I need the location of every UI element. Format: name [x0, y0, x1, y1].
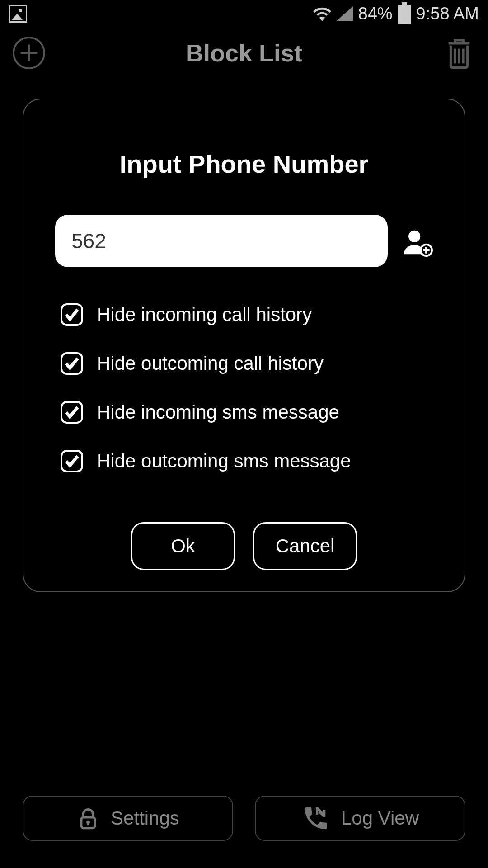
option-label: Hide incoming call history [97, 304, 312, 326]
phone-input-row [55, 215, 433, 267]
checkbox-icon [61, 352, 83, 375]
ok-button[interactable]: Ok [131, 522, 235, 570]
trash-icon [446, 37, 472, 69]
plus-icon [19, 43, 39, 63]
signal-icon [337, 6, 353, 21]
option-label: Hide outcoming call history [97, 353, 324, 374]
dialog-title: Input Phone Number [55, 149, 433, 179]
bottom-button-row: Settings Log View [23, 796, 465, 841]
settings-label: Settings [111, 807, 179, 829]
option-hide-incoming-sms[interactable]: Hide incoming sms message [61, 401, 433, 424]
logview-label: Log View [341, 807, 419, 829]
battery-pct: 84% [358, 4, 393, 24]
checkbox-icon [61, 401, 83, 424]
checkbox-icon [61, 450, 83, 472]
phone-input[interactable] [55, 215, 388, 267]
option-label: Hide incoming sms message [97, 401, 339, 423]
checkbox-icon [61, 303, 83, 326]
option-label: Hide outcoming sms message [97, 450, 351, 472]
call-log-icon [301, 804, 330, 833]
status-right: 84% 9:58 AM [313, 3, 479, 24]
person-add-icon [401, 225, 433, 257]
settings-button[interactable]: Settings [23, 796, 233, 841]
app-header: Block List [0, 27, 488, 79]
status-time: 9:58 AM [416, 4, 479, 24]
add-contact-button[interactable] [401, 225, 433, 257]
wifi-icon [313, 5, 331, 23]
options-list: Hide incoming call history Hide outcomin… [55, 303, 433, 472]
battery-icon [398, 5, 411, 24]
picture-icon [9, 5, 27, 23]
logview-button[interactable]: Log View [255, 796, 465, 841]
lock-icon [76, 807, 100, 830]
status-bar: 84% 9:58 AM [0, 0, 488, 27]
option-hide-outgoing-sms[interactable]: Hide outcoming sms message [61, 450, 433, 472]
cancel-button[interactable]: Cancel [253, 522, 357, 570]
input-phone-dialog: Input Phone Number Hide incoming call hi… [23, 99, 465, 592]
page-title: Block List [186, 39, 302, 67]
status-left [9, 5, 27, 23]
add-button[interactable] [13, 37, 45, 69]
option-hide-outgoing-call[interactable]: Hide outcoming call history [61, 352, 433, 375]
delete-button[interactable] [443, 37, 475, 69]
dialog-button-row: Ok Cancel [55, 522, 433, 570]
option-hide-incoming-call[interactable]: Hide incoming call history [61, 303, 433, 326]
